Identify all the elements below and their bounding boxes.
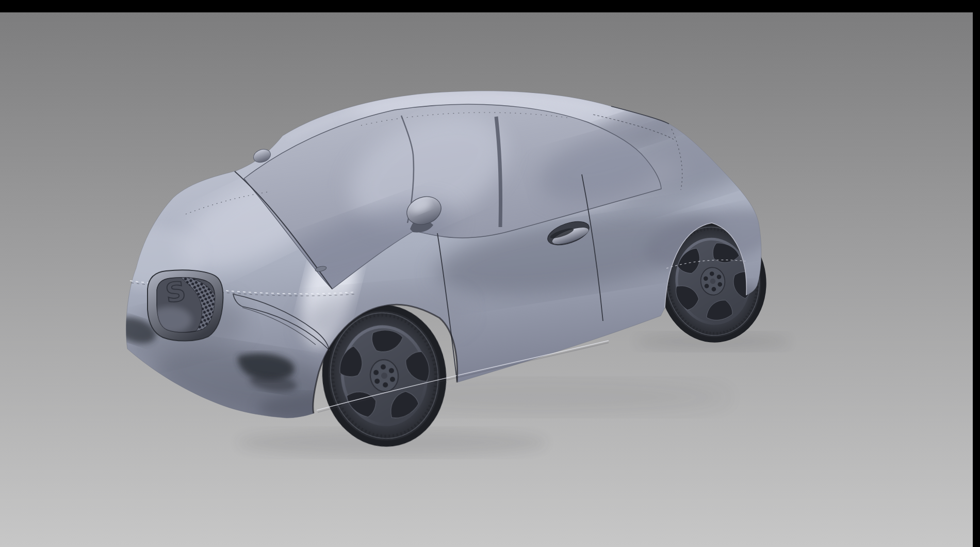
top-letterbox-bar [0,0,980,12]
seat-logo-icon: S [164,276,188,309]
front-grille: S [148,270,223,341]
application-window: S [0,0,980,547]
3d-viewport[interactable]: S [0,12,973,547]
render-canvas: S [0,12,973,547]
right-letterbox-bar [973,0,980,547]
